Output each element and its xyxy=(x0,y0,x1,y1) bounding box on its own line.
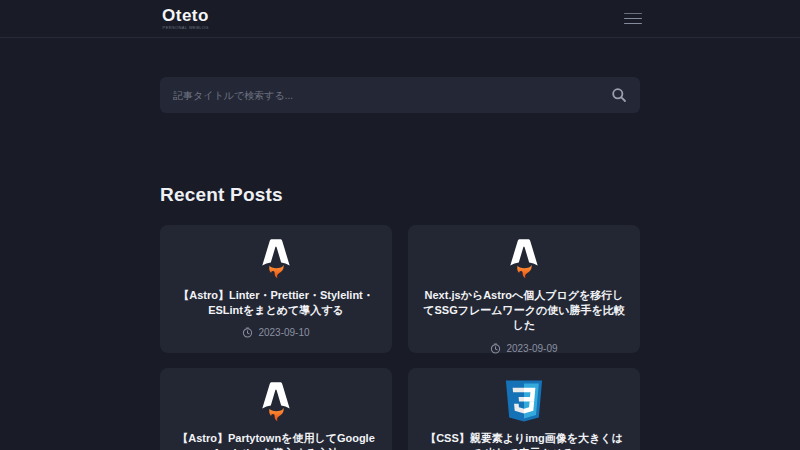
css3-logo-icon xyxy=(503,380,545,422)
post-card[interactable]: Next.jsからAstroへ個人ブログを移行してSSGフレームワークの使い勝手… xyxy=(408,225,640,353)
post-title: 【Astro】Partytownを使用してGoogle Analyticsを導入… xyxy=(174,431,378,450)
posts-grid: 【Astro】Linter・Prettier・Stylelint・ESLintを… xyxy=(160,225,640,450)
post-title: 【Astro】Linter・Prettier・Stylelint・ESLintを… xyxy=(174,288,378,318)
post-date-text: 2023-09-09 xyxy=(506,343,557,354)
search-bar xyxy=(160,77,640,113)
post-date: 2023-09-09 xyxy=(490,343,557,354)
site-logo[interactable]: Oteto personal weblog xyxy=(162,7,209,31)
astro-logo-icon xyxy=(503,237,545,279)
astro-logo-icon xyxy=(255,380,297,422)
post-date-text: 2023-09-10 xyxy=(258,327,309,338)
post-card[interactable]: 【Astro】Partytownを使用してGoogle Analyticsを導入… xyxy=(160,368,392,450)
hamburger-menu-icon[interactable] xyxy=(624,13,642,25)
post-date: 2023-09-10 xyxy=(242,327,309,338)
clock-icon xyxy=(490,343,501,354)
clock-icon xyxy=(242,327,253,338)
site-logo-tagline: personal weblog xyxy=(163,25,209,30)
site-logo-text: Oteto xyxy=(162,7,209,26)
post-title: Next.jsからAstroへ個人ブログを移行してSSGフレームワークの使い勝手… xyxy=(422,288,626,334)
post-card[interactable]: 【CSS】親要素よりimg画像を大きくはみ出して表示させる xyxy=(408,368,640,450)
main-content: Recent Posts 【Astro】Linter・Prettier・Styl… xyxy=(160,77,640,450)
recent-posts-heading: Recent Posts xyxy=(160,184,640,206)
post-card[interactable]: 【Astro】Linter・Prettier・Stylelint・ESLintを… xyxy=(160,225,392,353)
astro-logo-icon xyxy=(255,237,297,279)
post-title: 【CSS】親要素よりimg画像を大きくはみ出して表示させる xyxy=(422,431,626,450)
header: Oteto personal weblog xyxy=(0,0,800,38)
search-input[interactable] xyxy=(173,90,611,101)
search-icon[interactable] xyxy=(611,87,627,103)
